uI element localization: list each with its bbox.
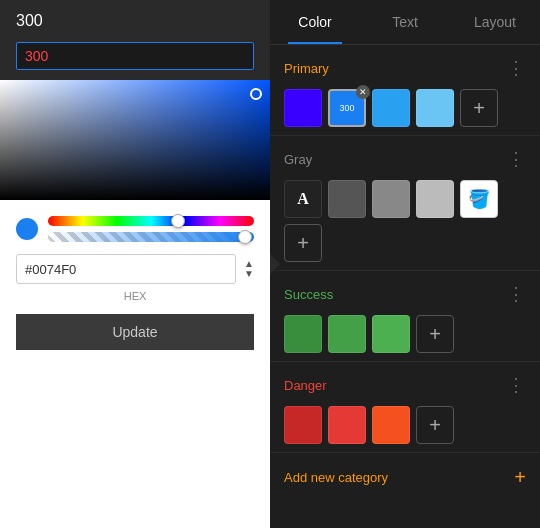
panel-arrow [270, 254, 280, 274]
color-gradient-canvas[interactable] [0, 80, 270, 200]
paint-bucket-icon: 🪣 [468, 188, 490, 210]
swatch-label: 300 [339, 103, 354, 113]
danger-swatches: + [284, 406, 526, 444]
swatch-danger-add[interactable]: + [416, 406, 454, 444]
spinner-button[interactable]: ▲ ▼ [244, 259, 254, 279]
update-button[interactable]: Update [16, 314, 254, 350]
hue-slider[interactable] [48, 216, 254, 226]
success-swatches: + [284, 315, 526, 353]
gray-swatches: A 🪣 + [284, 180, 526, 262]
sliders-stack [48, 216, 254, 242]
current-color-dot [16, 218, 38, 240]
section-danger-header: Danger ⋮ [284, 374, 526, 396]
swatch-primary-2[interactable] [372, 89, 410, 127]
picker-handle[interactable] [250, 88, 262, 100]
swatch-gray-4[interactable]: 🪣 [460, 180, 498, 218]
swatch-primary-0[interactable] [284, 89, 322, 127]
alpha-slider[interactable] [48, 232, 254, 242]
swatch-danger-0[interactable] [284, 406, 322, 444]
hex-row: ▲ ▼ [16, 254, 254, 284]
section-gray-header: Gray ⋮ [284, 148, 526, 170]
swatch-primary-1[interactable]: 300 [328, 89, 366, 127]
swatch-primary-add[interactable]: + [460, 89, 498, 127]
panel-title: 300 [0, 0, 270, 42]
section-danger: Danger ⋮ + [270, 362, 540, 453]
color-palette-panel: Color Text Layout Primary ⋮ 300 + Gray ⋮ [270, 0, 540, 528]
swatch-gray-2[interactable] [372, 180, 410, 218]
swatch-gray-0[interactable]: A [284, 180, 322, 218]
gray-more-icon[interactable]: ⋮ [507, 148, 526, 170]
text-a-icon: A [297, 190, 309, 208]
section-success-header: Success ⋮ [284, 283, 526, 305]
color-value-wrap [0, 42, 270, 80]
primary-swatches: 300 + [284, 89, 526, 127]
hex-input[interactable] [25, 262, 227, 277]
swatch-danger-1[interactable] [328, 406, 366, 444]
swatch-gray-3[interactable] [416, 180, 454, 218]
add-category-icon[interactable]: + [514, 467, 526, 487]
sliders-area [16, 216, 254, 242]
success-more-icon[interactable]: ⋮ [507, 283, 526, 305]
section-gray-title: Gray [284, 152, 312, 167]
hue-thumb[interactable] [171, 214, 185, 228]
section-success: Success ⋮ + [270, 271, 540, 362]
color-controls-section: ▲ ▼ HEX Update [0, 200, 270, 528]
color-picker-panel: 300 ▲ ▼ [0, 0, 270, 528]
section-danger-title: Danger [284, 378, 327, 393]
swatch-gray-add[interactable]: + [284, 224, 322, 262]
swatch-gray-1[interactable] [328, 180, 366, 218]
hex-label: HEX [16, 290, 254, 302]
section-primary-title: Primary [284, 61, 329, 76]
section-primary-header: Primary ⋮ [284, 57, 526, 79]
tab-bar: Color Text Layout [270, 0, 540, 45]
alpha-track [48, 232, 254, 242]
add-category-label: Add new category [284, 470, 388, 485]
spinner-down-icon[interactable]: ▼ [244, 269, 254, 279]
add-category-row[interactable]: Add new category + [270, 453, 540, 501]
hex-input-wrap [16, 254, 236, 284]
primary-more-icon[interactable]: ⋮ [507, 57, 526, 79]
color-value-input[interactable] [16, 42, 254, 70]
danger-more-icon[interactable]: ⋮ [507, 374, 526, 396]
tab-text[interactable]: Text [360, 0, 450, 44]
swatch-danger-2[interactable] [372, 406, 410, 444]
tab-color[interactable]: Color [270, 0, 360, 44]
alpha-thumb[interactable] [238, 230, 252, 244]
swatch-primary-3[interactable] [416, 89, 454, 127]
swatch-success-1[interactable] [328, 315, 366, 353]
tab-layout[interactable]: Layout [450, 0, 540, 44]
swatch-success-0[interactable] [284, 315, 322, 353]
section-primary: Primary ⋮ 300 + [270, 45, 540, 136]
swatch-success-add[interactable]: + [416, 315, 454, 353]
section-gray: Gray ⋮ A 🪣 + [270, 136, 540, 271]
section-success-title: Success [284, 287, 333, 302]
swatch-success-2[interactable] [372, 315, 410, 353]
